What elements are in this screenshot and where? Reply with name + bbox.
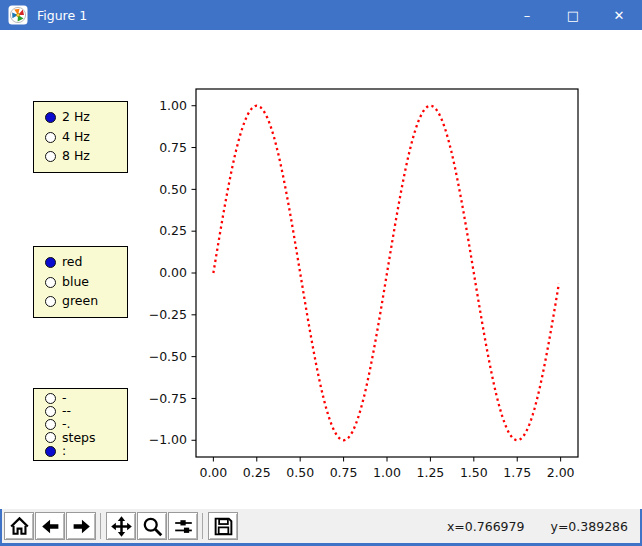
radio-unselected-icon[interactable] [45,432,56,443]
radio-unselected-icon[interactable] [45,393,56,404]
x-tick-label: 1.50 [460,465,488,480]
radio-group-color: redbluegreen [33,246,128,318]
cursor-coordinates: x=0.766979 y=0.389286 [447,509,628,543]
radio-option-label: green [62,295,98,308]
titlebar: Figure 1 – □ ✕ [0,0,642,30]
radio-unselected-icon[interactable] [45,277,56,288]
x-tick-label: 1.75 [503,465,531,480]
home-icon [9,516,30,537]
close-button[interactable]: ✕ [596,0,642,30]
x-tick-label: 1.00 [373,465,401,480]
radio-option-label: 8 Hz [62,150,90,163]
caption-buttons: – □ ✕ [504,0,642,30]
save-button[interactable] [208,512,238,540]
figure-canvas[interactable]: 0.000.250.500.751.001.251.501.752.00−1.0… [0,30,642,509]
arrow-right-icon [71,516,92,537]
radio-option-label: 4 Hz [62,131,90,144]
home-button[interactable] [4,512,34,540]
y-tick-label: −0.25 [149,307,187,322]
magnifier-icon [142,516,163,537]
radio-option-label: blue [62,276,89,289]
radio-option-label: red [62,256,83,269]
x-axis: 0.000.250.500.751.001.251.501.752.00 [199,457,574,480]
y-axis: −1.00−0.75−0.50−0.250.000.250.500.751.00 [149,98,196,448]
y-tick-label: 1.00 [159,98,187,113]
x-tick-label: 2.00 [547,465,575,480]
zoom-rect-button[interactable] [137,512,167,540]
radio-selected-icon[interactable] [45,446,56,457]
matplotlib-icon [8,5,28,25]
radio-option--.[interactable]: -. [45,418,127,431]
toolbar-separator [202,513,203,539]
minimize-button[interactable]: – [504,0,550,30]
radio-option-steps[interactable]: steps [45,432,127,445]
configure-subplots-button[interactable] [168,512,198,540]
cursor-x-readout: x=0.766979 [447,519,525,534]
radio-selected-icon[interactable] [45,112,56,123]
radio-option-label: -. [62,418,70,431]
radio-option-blue[interactable]: blue [45,276,127,289]
radio-selected-icon[interactable] [45,257,56,268]
x-tick-label: 0.75 [330,465,358,480]
radio-option---[interactable]: -- [45,405,127,418]
save-floppy-icon [213,516,234,537]
radio-option-green[interactable]: green [45,295,127,308]
y-tick-label: −0.75 [149,391,187,406]
radio-unselected-icon[interactable] [45,406,56,417]
radio-option--[interactable]: - [45,392,127,405]
pan-move-icon [111,516,132,537]
radio-option-:[interactable]: : [45,445,127,458]
axes-frame[interactable] [196,89,578,457]
navigation-toolbar: x=0.766979 y=0.389286 [0,509,642,543]
y-tick-label: 0.25 [159,223,187,238]
x-tick-label: 0.00 [199,465,227,480]
radio-group-linestyle: ----.steps: [33,388,128,461]
radio-unselected-icon[interactable] [45,296,56,307]
maximize-button[interactable]: □ [550,0,596,30]
forward-button[interactable] [66,512,96,540]
radio-option-red[interactable]: red [45,256,127,269]
sliders-icon [173,516,194,537]
radio-unselected-icon[interactable] [45,151,56,162]
y-tick-label: 0.75 [159,140,187,155]
figure-window: Figure 1 – □ ✕ 0.000.250.500.751.001.251… [0,0,642,546]
radio-option-label: 2 Hz [62,111,90,124]
x-tick-label: 0.50 [286,465,314,480]
y-tick-label: 0.00 [159,265,187,280]
pan-button[interactable] [106,512,136,540]
y-tick-label: −0.50 [149,349,187,364]
cursor-y-readout: y=0.389286 [550,519,628,534]
x-tick-label: 1.25 [416,465,444,480]
arrow-left-icon [40,516,61,537]
radio-option-2-hz[interactable]: 2 Hz [45,111,127,124]
radio-option-label: steps [62,432,96,445]
radio-option-4-hz[interactable]: 4 Hz [45,131,127,144]
radio-option-label: : [62,445,66,458]
y-tick-label: −1.00 [149,432,187,447]
y-tick-label: 0.50 [159,182,187,197]
x-tick-label: 0.25 [243,465,271,480]
toolbar-separator [100,513,101,539]
radio-unselected-icon[interactable] [45,132,56,143]
back-button[interactable] [35,512,65,540]
radio-unselected-icon[interactable] [45,419,56,430]
radio-group-frequency: 2 Hz4 Hz8 Hz [33,101,128,173]
window-title: Figure 1 [37,8,504,23]
radio-option-8-hz[interactable]: 8 Hz [45,150,127,163]
